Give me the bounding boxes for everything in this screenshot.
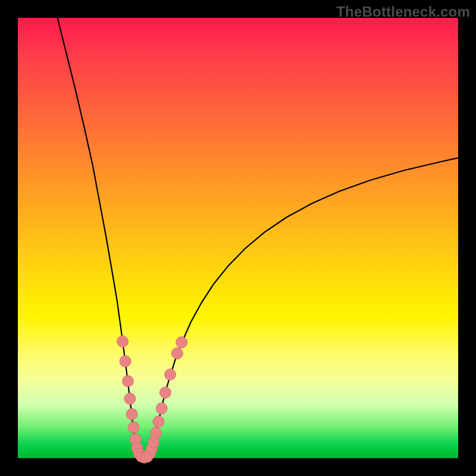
- data-marker: [150, 427, 161, 439]
- data-marker: [165, 369, 176, 380]
- plot-area: [18, 18, 458, 458]
- data-markers: [117, 336, 187, 463]
- data-marker: [176, 337, 187, 348]
- watermark-text: TheBottleneck.com: [336, 4, 470, 20]
- data-marker: [153, 416, 164, 427]
- bottleneck-curve: [58, 18, 458, 458]
- data-marker: [156, 403, 167, 414]
- data-marker: [117, 336, 129, 347]
- data-marker: [123, 375, 134, 387]
- data-marker: [171, 347, 183, 359]
- data-marker: [124, 393, 136, 405]
- data-marker: [120, 356, 131, 367]
- data-marker: [128, 422, 139, 433]
- data-marker: [159, 387, 171, 398]
- data-marker: [126, 409, 137, 420]
- chart-svg: [18, 18, 458, 458]
- chart-frame: TheBottleneck.com: [0, 0, 476, 476]
